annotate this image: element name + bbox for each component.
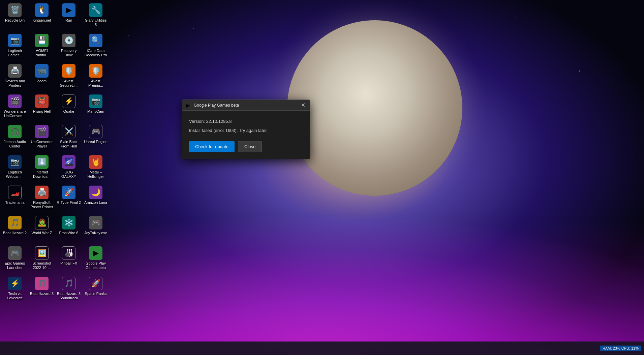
icon-label-unreal: Unreal Engine bbox=[84, 140, 108, 144]
dialog-title-icon: ▶ bbox=[185, 102, 191, 108]
desktop-icon-beat-hazard3-ost[interactable]: 🎵Beat Hazard 3 Soundtrack bbox=[55, 275, 82, 305]
icon-img-metal-hellsinger: 🤘 bbox=[89, 155, 102, 169]
desktop-icon-gog[interactable]: 🌌GOG GALAXY bbox=[55, 153, 82, 184]
desktop-icon-devices-printers[interactable]: 🖨️Devices and Printers bbox=[1, 62, 28, 92]
icon-img-beat-hazard2: 🎵 bbox=[8, 216, 22, 229]
dialog-close-x-button[interactable]: ✕ bbox=[299, 101, 307, 109]
desktop-icon-epic[interactable]: 🎮Epic Games Launcher bbox=[1, 244, 28, 275]
icon-img-pinball-fx: 🎳 bbox=[62, 246, 75, 260]
desktop-icon-aomei[interactable]: 💾AOMEI Partitio... bbox=[28, 32, 55, 62]
desktop-icon-google-play-games[interactable]: ▶Google Play Games beta bbox=[82, 244, 109, 275]
desktop-icon-rtype[interactable]: 🚀R-Type Final 2 bbox=[55, 184, 82, 214]
icon-img-epic: 🎮 bbox=[8, 246, 22, 260]
icon-img-amazon-luna: 🌙 bbox=[89, 186, 102, 199]
desktop-icon-grid: 🗑️Recycle Bin🐧Kinguin.net▶Run🔧Glary Util… bbox=[0, 0, 128, 355]
icon-img-logitech-cam: 📷 bbox=[8, 34, 22, 47]
icon-label-wondershare: Wondershare UniConvert... bbox=[3, 109, 27, 118]
desktop-icon-logitech-webcam[interactable]: 📷Logitech Webcam... bbox=[1, 153, 28, 184]
icon-img-space-punks: 🚀 bbox=[89, 277, 102, 290]
system-tray: RAM: 23% CPU: 11% bbox=[600, 346, 641, 351]
desktop-icon-trackmania[interactable]: 🏎️Trackmania bbox=[1, 184, 28, 214]
icon-img-trackmania: 🏎️ bbox=[8, 186, 22, 199]
google-play-games-dialog: ▶ Google Play Games beta ✕ Version: 22.1… bbox=[182, 100, 310, 159]
desktop-icon-screenshot[interactable]: 🖼️Screenshot 2022-10-... bbox=[28, 244, 55, 275]
icon-img-zoom: 📹 bbox=[35, 64, 49, 78]
icon-label-devices-printers: Devices and Printers bbox=[3, 79, 27, 88]
desktop-icon-kinguin[interactable]: 🐧Kinguin.net bbox=[28, 1, 55, 32]
icon-label-run: Run bbox=[65, 18, 72, 23]
icon-img-aomei: 💾 bbox=[35, 34, 49, 47]
icon-img-recovery-drive: 💿 bbox=[62, 34, 75, 47]
icon-label-glary: Glary Utilities 5 bbox=[84, 18, 108, 27]
icon-label-uniconverter: UniConverter Player bbox=[30, 140, 54, 148]
dialog-body: Version: 22.10.1285.8 Install failed (er… bbox=[182, 111, 310, 159]
desktop-icon-recovery-drive[interactable]: 💿Recovery Drive bbox=[55, 32, 82, 62]
icon-label-rising-hell: Rising Hell bbox=[33, 109, 51, 114]
desktop-icon-avast-secure[interactable]: 🛡️Avast SecureLi... bbox=[55, 62, 82, 92]
icon-label-rtype: R-Type Final 2 bbox=[57, 200, 81, 205]
desktop-icon-space-punks[interactable]: 🚀Space Punks bbox=[82, 275, 109, 305]
icon-label-quake: Quake bbox=[63, 109, 74, 114]
desktop-icon-joytokey[interactable]: 🎮JoyToKey.exe bbox=[82, 214, 109, 244]
icon-label-space-punks: Space Punks bbox=[85, 292, 107, 296]
desktop-icon-internet-dl[interactable]: ⬇️Internet Downloa... bbox=[28, 153, 55, 184]
icon-label-ronyasoft: RonyaSoft Poster Printer bbox=[30, 200, 54, 209]
icon-img-manycam: 📷 bbox=[89, 94, 102, 108]
icon-img-joytokey: 🎮 bbox=[89, 216, 102, 229]
icon-label-beat-hazard3-ost: Beat Hazard 3 Soundtrack bbox=[57, 292, 81, 300]
desktop-icon-rising-hell[interactable]: 👹Rising Hell bbox=[28, 92, 55, 123]
icon-label-joytokey: JoyToKey.exe bbox=[84, 231, 107, 235]
icon-img-run: ▶ bbox=[62, 3, 75, 17]
desktop-icon-run[interactable]: ▶Run bbox=[55, 1, 82, 32]
desktop-icon-zoom[interactable]: 📹Zoom bbox=[28, 62, 55, 92]
icon-label-beat-hazard2: Beat Hazard 2 bbox=[3, 231, 27, 235]
icon-label-screenshot: Screenshot 2022-10-... bbox=[30, 261, 54, 270]
icon-img-beat-hazard3: 🎵 bbox=[35, 277, 49, 290]
icon-label-zoom: Zoom bbox=[37, 79, 47, 83]
desktop-icon-glary[interactable]: 🔧Glary Utilities 5 bbox=[82, 1, 109, 32]
desktop-icon-manycam[interactable]: 📷ManyCam bbox=[82, 92, 109, 123]
dialog-buttons: Check for update Close bbox=[189, 141, 303, 152]
check-for-update-button[interactable]: Check for update bbox=[189, 141, 235, 152]
icon-label-world-war-z: World War Z bbox=[31, 231, 52, 235]
desktop-icon-unreal[interactable]: 🎮Unreal Engine bbox=[82, 123, 109, 153]
icon-img-beat-hazard3-ost: 🎵 bbox=[62, 277, 75, 290]
desktop-icon-wondershare[interactable]: 🎬Wondershare UniConvert... bbox=[1, 92, 28, 123]
close-button[interactable]: Close bbox=[238, 141, 262, 152]
desktop-icon-slain[interactable]: ⚔️Slain Back From Hell bbox=[55, 123, 82, 153]
desktop-icon-logitech-cam[interactable]: 📷Logitech Camer... bbox=[1, 32, 28, 62]
desktop-icon-uniconverter[interactable]: 🎬UniConverter Player bbox=[28, 123, 55, 153]
desktop-icon-metal-hellsinger[interactable]: 🤘Metal – Hellsinger bbox=[82, 153, 109, 184]
icon-label-aomei: AOMEI Partitio... bbox=[30, 49, 54, 57]
dialog-titlebar[interactable]: ▶ Google Play Games beta ✕ bbox=[182, 100, 310, 111]
desktop-icon-quake[interactable]: ⚡Quake bbox=[55, 92, 82, 123]
icon-label-recovery-drive: Recovery Drive bbox=[57, 49, 81, 57]
icon-img-screenshot: 🖼️ bbox=[35, 246, 49, 260]
icon-img-avast-premium: 🛡️ bbox=[89, 64, 102, 78]
icon-img-uniconverter: 🎬 bbox=[35, 125, 49, 138]
icon-img-logitech-webcam: 📷 bbox=[8, 155, 22, 169]
icon-label-trackmania: Trackmania bbox=[5, 200, 24, 205]
icon-label-epic: Epic Games Launcher bbox=[3, 261, 27, 270]
icon-label-avast-premium: Avast Premiu... bbox=[84, 79, 108, 88]
dialog-version-text: Version: 22.10.1285.8 bbox=[189, 119, 303, 124]
desktop-icon-pinball-fx[interactable]: 🎳Pinball FX bbox=[55, 244, 82, 275]
desktop-icon-tesla[interactable]: ⚡Tesla vs Lovecraft bbox=[1, 275, 28, 305]
icon-label-beat-hazard3: Beat Hazard 3 bbox=[30, 292, 54, 296]
desktop-icon-beat-hazard3[interactable]: 🎵Beat Hazard 3 bbox=[28, 275, 55, 305]
desktop-icon-icare[interactable]: 🔍iCare Data Recovery Pro bbox=[82, 32, 109, 62]
desktop-icon-amazon-luna[interactable]: 🌙Amazon Luna bbox=[82, 184, 109, 214]
desktop-icon-world-war-z[interactable]: 🧟World War Z bbox=[28, 214, 55, 244]
desktop-icon-frostwire[interactable]: ❄️FrostWire 6 bbox=[55, 214, 82, 244]
desktop-icon-jeecoo[interactable]: 🎧Jeecoo Audio Center bbox=[1, 123, 28, 153]
desktop-icon-avast-premium[interactable]: 🛡️Avast Premiu... bbox=[82, 62, 109, 92]
dialog-error-text: Install failed (error 1603). Try again l… bbox=[189, 128, 303, 133]
icon-label-internet-dl: Internet Downloa... bbox=[30, 170, 54, 179]
desktop-icon-beat-hazard2[interactable]: 🎵Beat Hazard 2 bbox=[1, 214, 28, 244]
icon-img-rtype: 🚀 bbox=[62, 186, 75, 199]
icon-label-manycam: ManyCam bbox=[87, 109, 104, 114]
icon-img-slain: ⚔️ bbox=[62, 125, 75, 138]
desktop-icon-ronyasoft[interactable]: 🖨️RonyaSoft Poster Printer bbox=[28, 184, 55, 214]
icon-img-google-play-games: ▶ bbox=[89, 246, 102, 260]
desktop-icon-recycle-bin[interactable]: 🗑️Recycle Bin bbox=[1, 1, 28, 32]
